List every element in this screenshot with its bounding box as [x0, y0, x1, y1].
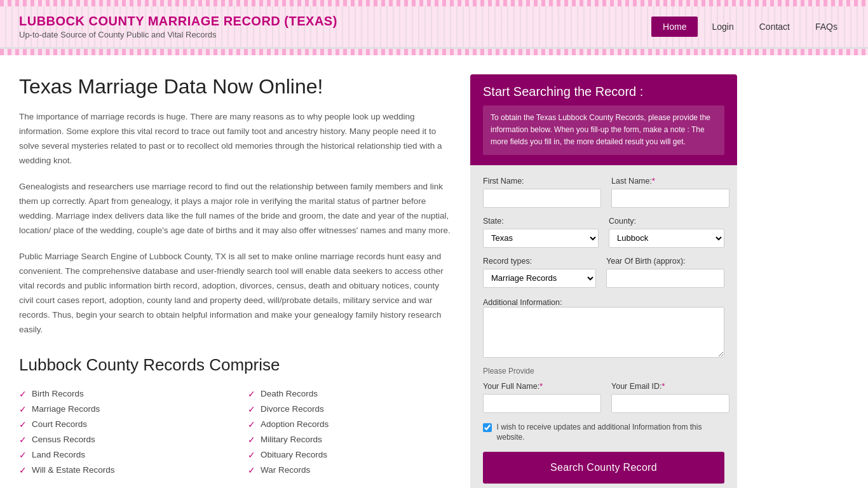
year-of-birth-group: Year Of Birth (approx): — [606, 257, 724, 288]
list-item: ✓ Military Records — [248, 432, 451, 447]
record-label: Court Records — [32, 419, 87, 429]
state-label: State: — [483, 217, 599, 226]
newsletter-checkbox-row: I wish to receive updates and additional… — [483, 422, 724, 444]
additional-info-label: Additional Information: — [483, 298, 562, 307]
record-types-select[interactable]: Marriage Records Birth Records Death Rec… — [483, 269, 596, 288]
full-name-input[interactable] — [483, 394, 601, 413]
year-of-birth-input[interactable] — [606, 269, 724, 288]
newsletter-checkbox-label: I wish to receive updates and additional… — [497, 422, 724, 444]
nav-contact[interactable]: Contact — [748, 17, 801, 37]
check-icon: ✓ — [248, 435, 255, 445]
list-item: ✓ Land Records — [19, 447, 222, 463]
year-of-birth-label: Year Of Birth (approx): — [606, 257, 724, 266]
record-label: Adoption Records — [261, 419, 329, 429]
right-panel: Start Searching the Record : To obtain t… — [470, 74, 737, 488]
first-name-input[interactable] — [483, 189, 601, 208]
record-label: Will & Estate Records — [32, 465, 115, 475]
record-label: Divorce Records — [261, 404, 324, 414]
record-label: Census Records — [32, 435, 95, 444]
county-group: County: Lubbock Harris Dallas Travis — [609, 217, 724, 248]
last-name-label: Last Name:* — [611, 177, 729, 186]
check-icon: ✓ — [19, 450, 27, 460]
check-icon: ✓ — [19, 389, 27, 399]
check-icon: ✓ — [19, 435, 27, 445]
paragraph-3: Public Marriage Search Engine of Lubbock… — [19, 250, 451, 337]
email-input[interactable] — [611, 394, 729, 413]
first-name-group: First Name: — [483, 177, 601, 208]
nav-faqs[interactable]: FAQs — [804, 17, 849, 37]
list-item: ✓ Divorce Records — [248, 402, 451, 417]
record-types-label: Record types: — [483, 257, 596, 266]
first-name-label: First Name: — [483, 177, 601, 186]
record-label: Military Records — [261, 435, 322, 444]
paragraph-1: The importance of marriage records is hu… — [19, 110, 451, 168]
form-body: First Name: Last Name:* State: — [470, 165, 737, 488]
nav-home[interactable]: Home — [651, 17, 698, 37]
list-item: ✓ Death Records — [248, 386, 451, 402]
check-icon: ✓ — [19, 419, 27, 430]
site-subtitle: Up-to-date Source of County Public and V… — [19, 30, 337, 39]
records-grid: ✓ Birth Records ✓ Marriage Records ✓ Cou… — [19, 386, 451, 478]
check-icon: ✓ — [248, 389, 255, 399]
search-county-record-button[interactable]: Search County Record — [483, 452, 724, 484]
list-item: ✓ Obituary Records — [248, 447, 451, 463]
check-icon: ✓ — [248, 404, 255, 414]
header: LUBBOCK COUNTY MARRIAGE RECORD (TEXAS) U… — [0, 6, 868, 49]
check-icon: ✓ — [248, 450, 255, 460]
list-item: ✓ Census Records — [19, 432, 222, 447]
record-label: Birth Records — [32, 389, 84, 398]
name-row: First Name: Last Name:* — [483, 177, 724, 208]
full-name-group: Your Full Name:* — [483, 382, 601, 413]
list-item: ✓ Marriage Records — [19, 402, 222, 417]
check-icon: ✓ — [19, 404, 27, 414]
county-select[interactable]: Lubbock Harris Dallas Travis — [609, 229, 724, 248]
email-group: Your Email ID:* — [611, 382, 729, 413]
site-title: LUBBOCK COUNTY MARRIAGE RECORD (TEXAS) — [19, 14, 337, 29]
list-item: ✓ Adoption Records — [248, 417, 451, 432]
main-container: Texas Marriage Data Now Online! The impo… — [0, 55, 868, 488]
paragraph-2: Genealogists and researchers use marriag… — [19, 180, 451, 238]
left-content: Texas Marriage Data Now Online! The impo… — [19, 74, 451, 488]
section-heading: Lubbock County Records Comprise — [19, 355, 451, 375]
last-name-group: Last Name:* — [611, 177, 729, 208]
record-year-row: Record types: Marriage Records Birth Rec… — [483, 257, 724, 288]
list-item: ✓ War Records — [248, 463, 451, 478]
email-label: Your Email ID:* — [611, 382, 729, 391]
full-name-label: Your Full Name:* — [483, 382, 601, 391]
header-left: LUBBOCK COUNTY MARRIAGE RECORD (TEXAS) U… — [19, 14, 337, 39]
form-header: Start Searching the Record : To obtain t… — [470, 74, 737, 165]
form-description: To obtain the Texas Lubbock County Recor… — [483, 105, 724, 155]
state-group: State: Texas Alabama Alaska Arizona — [483, 217, 599, 248]
provide-label: Please Provide — [483, 367, 724, 376]
nav-login[interactable]: Login — [700, 17, 745, 37]
list-item: ✓ Will & Estate Records — [19, 463, 222, 478]
additional-info-group: Additional Information: — [483, 297, 724, 358]
main-nav: Home Login Contact FAQs — [651, 17, 849, 37]
state-select[interactable]: Texas Alabama Alaska Arizona — [483, 229, 599, 248]
check-icon: ✓ — [248, 465, 255, 475]
form-container: Start Searching the Record : To obtain t… — [470, 74, 737, 488]
record-label: Obituary Records — [261, 450, 327, 459]
list-item: ✓ Birth Records — [19, 386, 222, 402]
list-item: ✓ Court Records — [19, 417, 222, 432]
check-icon: ✓ — [19, 465, 27, 475]
newsletter-checkbox[interactable] — [483, 423, 492, 432]
additional-info-textarea[interactable] — [483, 307, 724, 358]
contact-row: Your Full Name:* Your Email ID:* — [483, 382, 724, 413]
decorative-band-bottom — [0, 49, 868, 55]
form-title: Start Searching the Record : — [483, 85, 724, 99]
main-heading: Texas Marriage Data Now Online! — [19, 74, 451, 98]
check-icon: ✓ — [248, 419, 255, 430]
record-label: War Records — [261, 465, 310, 475]
last-name-input[interactable] — [611, 189, 729, 208]
state-county-row: State: Texas Alabama Alaska Arizona Coun… — [483, 217, 724, 248]
county-label: County: — [609, 217, 724, 226]
record-label: Marriage Records — [32, 404, 100, 414]
record-label: Land Records — [32, 450, 85, 459]
record-label: Death Records — [261, 389, 318, 398]
record-types-group: Record types: Marriage Records Birth Rec… — [483, 257, 596, 288]
decorative-band-top — [0, 0, 868, 6]
